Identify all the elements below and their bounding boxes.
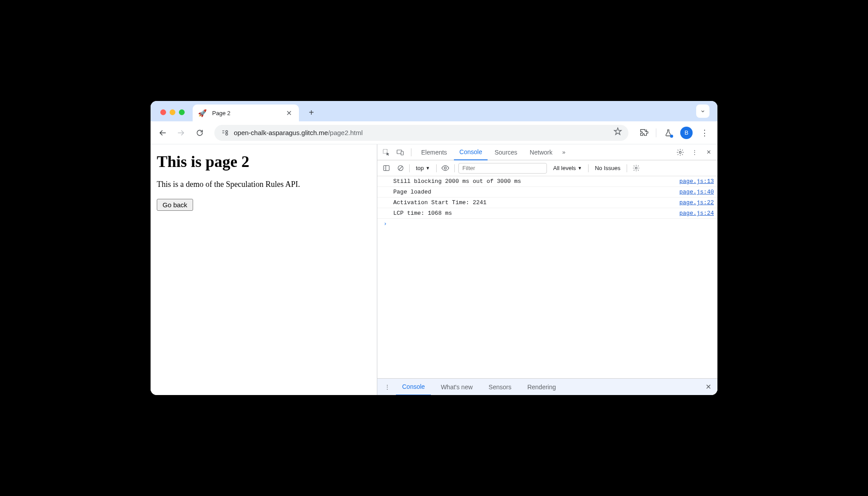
content-area: This is page 2 This is a demo of the Spe… bbox=[151, 144, 717, 395]
console-filter-input[interactable] bbox=[458, 163, 547, 174]
svg-rect-0 bbox=[222, 130, 225, 131]
console-prompt[interactable]: › bbox=[377, 219, 717, 229]
clear-console-button[interactable] bbox=[395, 163, 406, 174]
close-icon: ✕ bbox=[705, 383, 711, 391]
star-icon bbox=[613, 127, 622, 136]
console-row: Activation Start Time: 2241 page.js:22 bbox=[377, 198, 717, 208]
arrow-right-icon bbox=[177, 128, 186, 137]
drawer-close-button[interactable]: ✕ bbox=[704, 381, 713, 393]
console-source-link[interactable]: page.js:24 bbox=[679, 210, 714, 217]
divider bbox=[409, 164, 410, 172]
svg-rect-1 bbox=[222, 132, 225, 133]
divider bbox=[656, 128, 656, 137]
kebab-menu-icon: ⋮ bbox=[692, 149, 698, 155]
browser-window: 🚀 Page 2 ✕ + open-chalk-asparagus.glitch… bbox=[151, 101, 717, 395]
close-window-button[interactable] bbox=[160, 109, 166, 115]
browser-tab[interactable]: 🚀 Page 2 ✕ bbox=[193, 105, 299, 121]
chevron-down-icon: ▼ bbox=[426, 166, 430, 170]
tab-network[interactable]: Network bbox=[524, 144, 558, 160]
drawer-tab-rendering[interactable]: Rendering bbox=[521, 379, 562, 395]
console-message: Page loaded bbox=[393, 189, 676, 195]
close-tab-button[interactable]: ✕ bbox=[284, 108, 294, 118]
tab-bar: 🚀 Page 2 ✕ + bbox=[151, 101, 717, 121]
drawer-tab-sensors[interactable]: Sensors bbox=[482, 379, 517, 395]
console-message: Activation Start Time: 2241 bbox=[393, 199, 676, 206]
browser-menu-button[interactable]: ⋮ bbox=[698, 126, 711, 140]
divider bbox=[411, 148, 411, 156]
reload-button[interactable] bbox=[192, 125, 207, 140]
tab-favicon-icon: 🚀 bbox=[198, 109, 207, 117]
devices-icon bbox=[396, 148, 404, 156]
page-paragraph: This is a demo of the Speculation Rules … bbox=[157, 180, 371, 189]
back-button[interactable] bbox=[155, 125, 170, 140]
divider bbox=[436, 164, 437, 172]
console-output: Still blocking 2000 ms out of 3000 ms pa… bbox=[377, 176, 717, 378]
tab-elements[interactable]: Elements bbox=[416, 144, 452, 160]
issues-button[interactable]: No Issues bbox=[592, 164, 623, 172]
inspect-icon bbox=[382, 148, 390, 156]
devtools-settings-button[interactable] bbox=[674, 146, 686, 159]
address-bar[interactable]: open-chalk-asparagus.glitch.me/page2.htm… bbox=[214, 125, 628, 141]
inspect-element-button[interactable] bbox=[380, 146, 392, 159]
url-text: open-chalk-asparagus.glitch.me/page2.htm… bbox=[234, 129, 609, 136]
browser-toolbar: open-chalk-asparagus.glitch.me/page2.htm… bbox=[151, 121, 717, 144]
page-viewport: This is page 2 This is a demo of the Spe… bbox=[151, 144, 377, 395]
svg-line-11 bbox=[399, 166, 403, 170]
live-expression-button[interactable] bbox=[440, 163, 451, 174]
chevron-down-icon: ▼ bbox=[577, 166, 582, 170]
svg-point-3 bbox=[226, 133, 228, 135]
console-source-link[interactable]: page.js:13 bbox=[679, 178, 714, 185]
drawer-tab-console[interactable]: Console bbox=[396, 379, 431, 395]
experiments-button[interactable] bbox=[662, 126, 675, 140]
drawer-menu-button[interactable]: ⋮ bbox=[382, 382, 392, 392]
new-tab-button[interactable]: + bbox=[305, 106, 318, 119]
close-icon: ✕ bbox=[706, 149, 711, 155]
console-row: Page loaded page.js:40 bbox=[377, 187, 717, 198]
devtools-panel: Elements Console Sources Network » ⋮ ✕ bbox=[377, 144, 717, 395]
devtools-tabbar: Elements Console Sources Network » ⋮ ✕ bbox=[377, 144, 717, 160]
minimize-window-button[interactable] bbox=[170, 109, 175, 115]
maximize-window-button[interactable] bbox=[179, 109, 185, 115]
console-toolbar: top ▼ All levels ▼ No Issues bbox=[377, 160, 717, 176]
levels-label: All levels bbox=[553, 165, 576, 171]
extensions-button[interactable] bbox=[637, 126, 651, 140]
console-source-link[interactable]: page.js:22 bbox=[679, 199, 714, 206]
console-row: Still blocking 2000 ms out of 3000 ms pa… bbox=[377, 176, 717, 187]
console-row: LCP time: 1068 ms page.js:24 bbox=[377, 208, 717, 219]
clear-icon bbox=[397, 164, 404, 172]
tab-console[interactable]: Console bbox=[454, 144, 487, 160]
svg-rect-6 bbox=[401, 151, 403, 155]
console-settings-button[interactable] bbox=[631, 163, 641, 174]
console-source-link[interactable]: page.js:40 bbox=[679, 189, 714, 195]
arrow-left-icon bbox=[158, 128, 167, 137]
log-levels-selector[interactable]: All levels ▼ bbox=[550, 164, 585, 172]
divider bbox=[627, 164, 627, 172]
svg-point-7 bbox=[679, 151, 682, 153]
svg-rect-8 bbox=[384, 166, 389, 170]
divider bbox=[454, 164, 455, 172]
tab-sources[interactable]: Sources bbox=[489, 144, 523, 160]
puzzle-icon bbox=[639, 128, 648, 137]
go-back-button[interactable]: Go back bbox=[157, 199, 193, 211]
forward-button[interactable] bbox=[174, 125, 189, 140]
device-toolbar-button[interactable] bbox=[394, 146, 407, 159]
profile-avatar[interactable]: B bbox=[680, 127, 693, 139]
notification-dot-icon bbox=[670, 135, 673, 138]
site-info-icon[interactable] bbox=[221, 128, 229, 137]
reload-icon bbox=[196, 129, 204, 137]
console-message: Still blocking 2000 ms out of 3000 ms bbox=[393, 178, 676, 185]
tab-search-button[interactable] bbox=[696, 105, 709, 118]
drawer-tab-whatsnew[interactable]: What's new bbox=[434, 379, 479, 395]
kebab-menu-icon: ⋮ bbox=[701, 128, 709, 138]
tab-title: Page 2 bbox=[212, 110, 280, 116]
devtools-menu-button[interactable]: ⋮ bbox=[688, 146, 701, 159]
page-heading: This is page 2 bbox=[157, 152, 371, 171]
execution-context-selector[interactable]: top ▼ bbox=[413, 164, 433, 172]
sidebar-icon bbox=[383, 164, 390, 172]
more-tabs-button[interactable]: » bbox=[559, 149, 568, 155]
chevron-down-icon bbox=[700, 108, 706, 114]
bookmark-button[interactable] bbox=[613, 127, 622, 138]
context-label: top bbox=[416, 165, 424, 171]
toggle-sidebar-button[interactable] bbox=[381, 163, 391, 174]
devtools-close-button[interactable]: ✕ bbox=[702, 146, 715, 159]
